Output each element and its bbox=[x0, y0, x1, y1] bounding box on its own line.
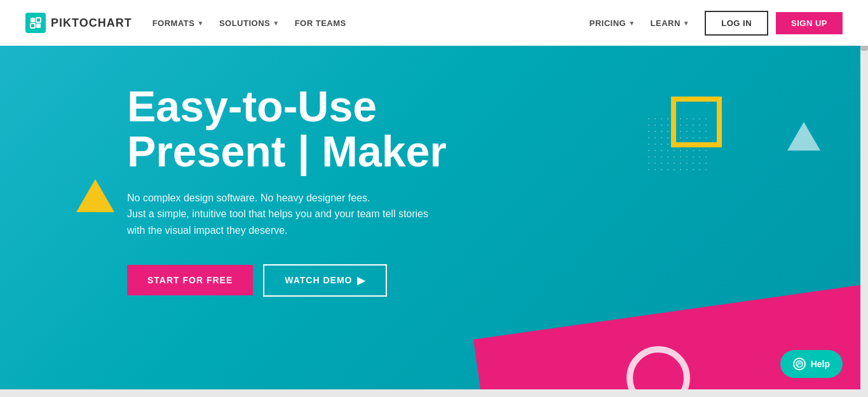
formats-chevron-icon: ▼ bbox=[197, 20, 203, 27]
hero-subtitle: No complex design software. No heavy des… bbox=[127, 190, 447, 239]
nav-menu-right: PRICING ▼ LEARN ▼ bbox=[589, 18, 689, 28]
start-free-button[interactable]: START FOR FREE bbox=[127, 265, 253, 295]
nav-menu: FORMATS ▼ SOLUTIONS ▼ FOR TEAMS bbox=[153, 18, 346, 28]
hero-title: Easy-to-Use Present | Maker bbox=[127, 84, 447, 175]
nav-item-learn[interactable]: LEARN ▼ bbox=[651, 18, 690, 28]
navbar-left: PIKTOCHART FORMATS ▼ SOLUTIONS ▼ FOR TEA… bbox=[25, 13, 346, 33]
pricing-chevron-icon: ▼ bbox=[628, 20, 635, 27]
nav-item-solutions[interactable]: SOLUTIONS ▼ bbox=[219, 18, 280, 28]
svg-rect-1 bbox=[36, 18, 41, 22]
logo[interactable]: PIKTOCHART bbox=[25, 13, 132, 33]
help-button[interactable]: Help bbox=[780, 350, 843, 378]
login-button[interactable]: LOG IN bbox=[705, 11, 768, 36]
hero-buttons: START FOR FREE WATCH DEMO ▶ bbox=[127, 264, 447, 297]
nav-item-pricing[interactable]: PRICING ▼ bbox=[589, 18, 635, 28]
deco-triangle-left-icon bbox=[76, 179, 114, 212]
svg-point-5 bbox=[797, 362, 801, 365]
learn-chevron-icon: ▼ bbox=[683, 20, 689, 27]
logo-text: PIKTOCHART bbox=[51, 17, 132, 30]
demo-arrow-icon: ▶ bbox=[357, 274, 365, 286]
solutions-chevron-icon: ▼ bbox=[273, 20, 279, 27]
watch-demo-button[interactable]: WATCH DEMO ▶ bbox=[263, 264, 387, 297]
hero-content: Easy-to-Use Present | Maker No complex d… bbox=[127, 84, 447, 297]
horizontal-scrollbar[interactable] bbox=[0, 389, 860, 397]
signup-button[interactable]: SIGN UP bbox=[776, 12, 843, 34]
svg-rect-3 bbox=[36, 24, 41, 28]
navbar: PIKTOCHART FORMATS ▼ SOLUTIONS ▼ FOR TEA… bbox=[0, 0, 868, 46]
help-chat-icon bbox=[793, 358, 806, 370]
logo-icon bbox=[25, 13, 46, 33]
nav-item-formats[interactable]: FORMATS ▼ bbox=[153, 18, 204, 28]
navbar-right: LOG IN SIGN UP bbox=[705, 11, 843, 36]
vertical-scrollbar[interactable] bbox=[860, 0, 868, 397]
deco-square-right-icon bbox=[671, 97, 722, 147]
nav-item-for-teams[interactable]: FOR TEAMS bbox=[295, 18, 346, 28]
svg-rect-2 bbox=[31, 24, 35, 28]
deco-triangle-right-icon bbox=[787, 122, 820, 151]
svg-rect-0 bbox=[31, 18, 35, 22]
hero-section: Easy-to-Use Present | Maker No complex d… bbox=[0, 46, 868, 397]
